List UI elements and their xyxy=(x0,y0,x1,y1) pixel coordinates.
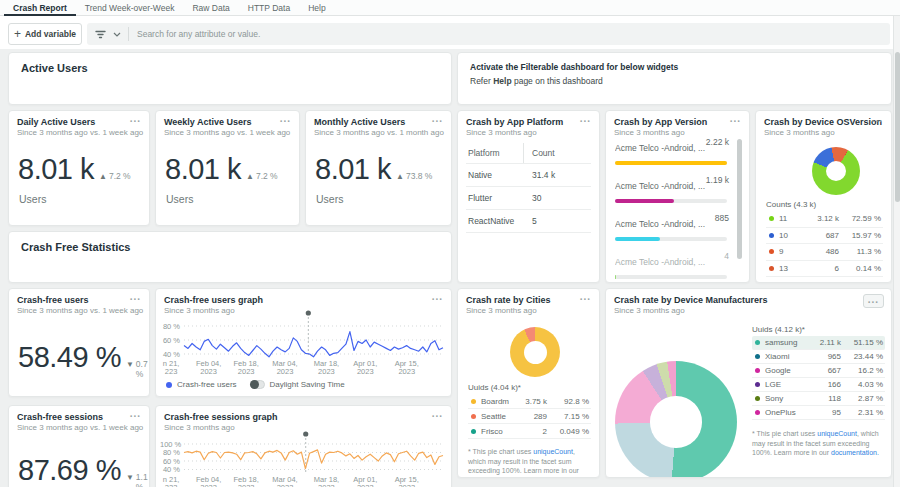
card-menu-icon[interactable]: ... xyxy=(130,291,141,302)
card-menu-icon[interactable]: ... xyxy=(580,291,591,302)
x-axis-tick: Feb 18,2023 xyxy=(229,476,263,487)
card-menu-icon[interactable]: ... xyxy=(863,294,884,308)
tab-http-data[interactable]: HTTP Data xyxy=(239,0,299,15)
legend-row-13[interactable]: 1360.14 % xyxy=(766,261,883,278)
card-menu-icon[interactable]: ... xyxy=(432,113,443,124)
plus-icon: + xyxy=(14,29,21,39)
legend-title: Uuids (4.04 k)* xyxy=(468,383,521,392)
card-menu-icon[interactable]: ... xyxy=(580,113,591,124)
widget-title: Crash by App Version xyxy=(614,117,707,127)
documentation-link[interactable]: documentation. xyxy=(468,477,516,479)
legend-row-lge[interactable]: LGE1664.03 % xyxy=(752,378,885,392)
x-axis-tick: Feb 18,2023 xyxy=(229,360,263,376)
card-menu-icon[interactable]: ... xyxy=(130,113,141,124)
widget-crash-free-sessions-graph: Crash-free sessions graph Since 3 months… xyxy=(155,405,452,487)
legend-row-samsung[interactable]: samsung2.11 k51.15 % xyxy=(752,336,885,350)
kpi-value: 8.01 k xyxy=(315,153,391,186)
legend-row-xiaomi[interactable]: Xiaomi96523.44 % xyxy=(752,350,885,364)
legend-row-sony[interactable]: Sony1182.87 % xyxy=(752,392,885,406)
widget-crash-free-users-graph: Crash-free users graph Since 3 months ag… xyxy=(155,288,452,397)
kpi-delta: 1.1 % xyxy=(136,472,149,487)
legend-row-10[interactable]: 1068715.97 % xyxy=(766,228,883,245)
kpi-value: 87.69 % xyxy=(18,454,121,487)
widget-title: Daily Active Users xyxy=(17,117,95,127)
osversion-donut-chart[interactable] xyxy=(812,147,860,195)
legend-row-google[interactable]: Google66716.2 % xyxy=(752,364,885,378)
tab-raw-data[interactable]: Raw Data xyxy=(183,0,238,15)
uniquecount-link[interactable]: uniqueCount xyxy=(533,448,573,455)
y-axis-tick: 60 % xyxy=(160,336,180,345)
widget-subtitle: Since 3 months ago xyxy=(466,128,537,137)
tab-crash-report[interactable]: Crash Report xyxy=(4,0,76,15)
card-menu-icon[interactable]: ... xyxy=(730,113,741,124)
filterable-note-card: Activate the Filterable dashboard for be… xyxy=(457,52,892,105)
widget-title: Crash-free users graph xyxy=(164,295,263,305)
x-axis-tick: Mar 04,2023 xyxy=(268,476,302,487)
table-row[interactable]: ReactNative5 xyxy=(466,210,591,233)
kpi-delta: 7.2 % xyxy=(256,171,278,181)
active-users-section-card: Active Users xyxy=(8,52,452,105)
kpi-delta: 73.8 % xyxy=(406,171,432,181)
kpi-delta: 7.2 % xyxy=(109,171,131,181)
bar-row[interactable]: Acme Telco -Android, ...1.19 k xyxy=(615,175,727,213)
x-axis-tick: Feb 04,2023 xyxy=(192,360,226,376)
daylight-saving-toggle[interactable] xyxy=(250,380,265,389)
legend-row-9[interactable]: 948611.3 % xyxy=(766,244,883,261)
y-axis-tick: 80 % xyxy=(160,322,180,331)
manufacturers-donut-chart[interactable] xyxy=(615,361,737,478)
table-row[interactable]: Native31.4 k xyxy=(466,164,591,187)
documentation-link[interactable]: documentation. xyxy=(831,449,879,456)
legend-row-boardman[interactable]: Boardman3.75 k92.8 % xyxy=(468,394,591,409)
card-menu-icon[interactable]: ... xyxy=(130,408,141,419)
widget-title: Crash rate by Device Manufacturers xyxy=(614,295,768,305)
widget-scrollbar[interactable] xyxy=(737,139,742,259)
series-dot xyxy=(166,382,172,388)
chevron-down-icon[interactable] xyxy=(113,32,121,37)
legend-title: Counts (4.3 k) xyxy=(766,200,816,209)
trend-up-icon: ▲ xyxy=(246,172,254,181)
legend-row-11[interactable]: 113.12 k72.59 % xyxy=(766,211,883,228)
search-bar[interactable] xyxy=(87,23,890,45)
toolbar-divider xyxy=(128,27,129,41)
widget-weekly-active-users: Weekly Active Users Since 3 months ago v… xyxy=(155,110,300,226)
tab-help[interactable]: Help xyxy=(299,0,334,15)
page-scrollbar-thumb[interactable] xyxy=(895,52,900,202)
page-scrollbar[interactable] xyxy=(893,16,900,487)
widget-title: Crash-free sessions graph xyxy=(164,412,278,422)
card-menu-icon[interactable]: ... xyxy=(432,408,443,419)
card-menu-icon[interactable]: ... xyxy=(872,113,883,124)
bar-row[interactable]: Acme Telco -Android, ...2.22 k xyxy=(615,137,727,175)
trend-up-icon: ▲ xyxy=(99,172,107,181)
kpi-unit: Users xyxy=(316,193,343,205)
osversion-legend: 113.12 k72.59 %1068715.97 %948611.3 %136… xyxy=(766,211,883,277)
trend-up-icon: ▲ xyxy=(396,172,404,181)
table-row[interactable]: Flutter30 xyxy=(466,187,591,210)
add-variable-button[interactable]: + Add variable xyxy=(8,23,82,45)
pie-footnote: * This pie chart uses uniqueCount, which… xyxy=(752,429,885,458)
filter-icon[interactable] xyxy=(95,30,106,39)
widget-crash-by-app-version: Crash by App Version Since 3 months ago … xyxy=(605,110,750,283)
series-label[interactable]: Crash-free users xyxy=(177,380,237,389)
bar-row[interactable]: Acme Telco -Android, ...4 xyxy=(615,251,727,283)
legend-row-seattle[interactable]: Seattle2897.15 % xyxy=(468,409,591,424)
trend-down-icon: ▼ xyxy=(126,473,134,482)
widget-subtitle: Since 3 months ago vs. 1 week ago xyxy=(17,423,143,432)
card-menu-icon[interactable]: ... xyxy=(432,291,443,302)
bar-row[interactable]: Acme Telco -Android, ...885 xyxy=(615,213,727,251)
widget-crash-by-app-platform: Crash by App Platform Since 3 months ago… xyxy=(457,110,600,283)
y-axis-tick: 40 % xyxy=(160,465,180,474)
x-axis-tick: Mar 18,2023 xyxy=(309,476,343,487)
toggle-label: Daylight Saving Time xyxy=(270,380,345,389)
legend-row-oneplus[interactable]: OnePlus952.31 % xyxy=(752,406,885,420)
search-input[interactable] xyxy=(137,29,882,39)
card-menu-icon[interactable]: ... xyxy=(280,113,291,124)
legend-title: Uuids (4.12 k)* xyxy=(752,325,805,334)
filter-toolbar: + Add variable xyxy=(0,16,900,49)
widget-subtitle: Since 3 months ago xyxy=(614,306,685,315)
legend-row-frisco[interactable]: Frisco20.049 % xyxy=(468,424,591,439)
kpi-unit: Users xyxy=(166,193,193,205)
cities-donut-chart[interactable] xyxy=(510,327,560,377)
widget-subtitle: Since 3 months ago vs. 1 month ago xyxy=(314,128,444,137)
tab-trend-week-over-week[interactable]: Trend Week-over-Week xyxy=(76,0,184,15)
uniquecount-link[interactable]: uniqueCount xyxy=(817,430,857,437)
